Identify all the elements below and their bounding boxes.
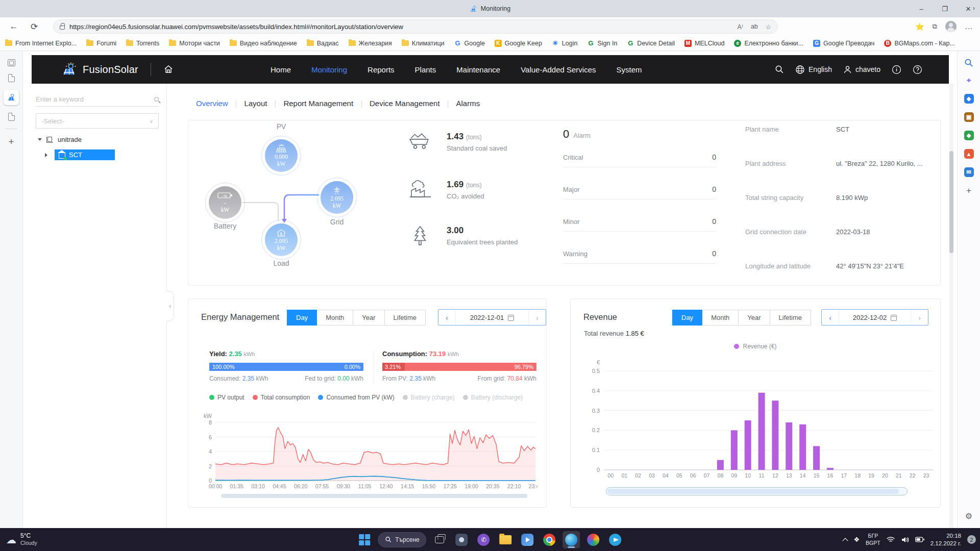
taskbar-search[interactable]: Търсене bbox=[378, 532, 426, 547]
url-field[interactable]: https://region04eu5.fusionsolar.huawei.c… bbox=[53, 19, 778, 34]
nav-item-plants[interactable]: Plants bbox=[415, 65, 436, 74]
task-view-button[interactable] bbox=[431, 531, 449, 548]
legend-item-pv-output[interactable]: PV output bbox=[209, 394, 244, 401]
camera-app-button[interactable] bbox=[453, 531, 471, 548]
subnav-item-alarms[interactable]: Alarms bbox=[456, 99, 480, 108]
start-button[interactable] bbox=[356, 531, 373, 548]
designer-icon[interactable]: ◆ bbox=[964, 131, 974, 140]
file-explorer-button[interactable] bbox=[497, 531, 514, 548]
load-node[interactable]: 2.095 kW bbox=[265, 223, 298, 256]
outlook-icon[interactable]: ✉ bbox=[964, 167, 974, 177]
notification-badge[interactable]: 2 bbox=[967, 535, 976, 544]
nav-item-system[interactable]: System bbox=[617, 65, 642, 74]
tab-page-icon[interactable] bbox=[8, 74, 15, 82]
nav-item-home[interactable]: Home bbox=[271, 65, 291, 74]
energy-date-field[interactable]: 2022-12-01 bbox=[455, 310, 529, 325]
tree-item-sct[interactable]: SCT bbox=[45, 149, 115, 160]
add-app-icon[interactable]: + bbox=[966, 186, 971, 196]
legend-item-consumed-from-pv-kw[interactable]: Consumed from PV (kW) bbox=[318, 394, 394, 401]
app-scrollbar-track[interactable] bbox=[949, 84, 953, 528]
revenue-tab-month[interactable]: Month bbox=[702, 310, 739, 325]
bookmark-вадиас[interactable]: Вадиас bbox=[307, 40, 339, 47]
url-text[interactable]: https://region04eu5.fusionsolar.huawei.c… bbox=[69, 23, 729, 31]
bookmark-forumi[interactable]: Forumi bbox=[86, 40, 116, 47]
bookmark-климатици[interactable]: Климатици bbox=[402, 40, 445, 47]
bookmark-железария[interactable]: Железария bbox=[349, 40, 392, 47]
favorites-icon[interactable]: ⭐ bbox=[915, 22, 924, 31]
app-scrollbar-thumb[interactable] bbox=[949, 151, 953, 253]
window-restore-button[interactable]: ❐ bbox=[933, 0, 957, 17]
volume-icon[interactable] bbox=[901, 536, 909, 543]
bookmark-мотори-части[interactable]: Мотори части bbox=[169, 40, 220, 47]
next-date-icon[interactable]: › bbox=[529, 313, 546, 322]
shopping-icon[interactable]: ◈ bbox=[964, 94, 974, 104]
collections-icon[interactable]: ⧉ bbox=[933, 22, 937, 31]
bookmark-bgmaps-com-кар[interactable]: BBGMaps.com - Кар... bbox=[884, 40, 954, 47]
energy-tab-lifetime[interactable]: Lifetime bbox=[384, 310, 426, 325]
browser-profile-avatar[interactable] bbox=[945, 21, 957, 32]
energy-chart-scrollbar[interactable] bbox=[221, 494, 527, 498]
next-date-icon[interactable]: › bbox=[911, 313, 928, 322]
nav-item-value-added-services[interactable]: Value-Added Services bbox=[521, 65, 596, 74]
bookmark-видео-наблюдение[interactable]: Видео наблюдение bbox=[230, 40, 297, 47]
revenue-date-field[interactable]: 2022-12-02 bbox=[839, 310, 911, 325]
language-indicator[interactable]: БГР BGPT bbox=[866, 533, 880, 546]
energy-tab-year[interactable]: Year bbox=[353, 310, 384, 325]
energy-tab-month[interactable]: Month bbox=[316, 310, 353, 325]
hidden-icons-chevron[interactable] bbox=[843, 538, 848, 543]
prev-date-icon[interactable]: ‹ bbox=[438, 313, 455, 322]
bookmark-device-detail[interactable]: GDevice Detail bbox=[627, 40, 675, 47]
nav-item-reports[interactable]: Reports bbox=[368, 65, 395, 74]
info-icon[interactable] bbox=[892, 65, 901, 74]
tab-page-icon[interactable] bbox=[8, 113, 15, 121]
weather-widget[interactable]: ☁ 5°C Cloudy bbox=[6, 528, 37, 551]
wifi-icon[interactable] bbox=[887, 536, 895, 543]
subnav-item-device-management[interactable]: Device Management bbox=[370, 99, 440, 108]
caret-down-icon[interactable] bbox=[38, 138, 42, 141]
nav-item-monitoring[interactable]: Monitoring bbox=[311, 65, 347, 74]
new-tab-button[interactable]: + bbox=[8, 137, 14, 146]
viber-button[interactable]: ✆ bbox=[475, 531, 493, 548]
energy-tab-day[interactable]: Day bbox=[287, 310, 317, 325]
bookmark-login[interactable]: ☀Login bbox=[552, 40, 578, 47]
legend-item-battery-charge[interactable]: Battery (charge) bbox=[403, 394, 455, 401]
bookmark-електронно-банки[interactable]: eЕлектронно банки... bbox=[734, 40, 803, 47]
help-icon[interactable] bbox=[913, 65, 922, 74]
games-icon[interactable]: ▲ bbox=[964, 149, 974, 159]
browser-menu-icon[interactable]: … bbox=[965, 22, 973, 31]
bookmark-from-internet-explo[interactable]: From Internet Explo... bbox=[5, 40, 77, 47]
sidebar-collapse-handle[interactable]: ‹ bbox=[166, 291, 174, 321]
read-aloud-icon[interactable]: A⁾ bbox=[737, 23, 743, 31]
edge-button[interactable] bbox=[563, 531, 580, 548]
subnav-item-overview[interactable]: Overview bbox=[196, 99, 228, 108]
search-icon[interactable] bbox=[154, 97, 159, 102]
bookmark-melcloud[interactable]: MMELCloud bbox=[684, 40, 724, 47]
tree-item-unitrade[interactable]: unitrade bbox=[38, 136, 82, 143]
browser-tab[interactable]: Monitoring bbox=[470, 0, 510, 17]
taskbar-clock[interactable]: 20:18 2.12.2022 г. bbox=[930, 532, 961, 547]
sidebar-search-icon[interactable] bbox=[964, 58, 973, 67]
pv-node[interactable]: 0.000 kW bbox=[265, 139, 298, 172]
bookmark-google[interactable]: GGoogle bbox=[454, 40, 485, 47]
tools-icon[interactable]: ▣ bbox=[964, 112, 974, 122]
translate-icon[interactable]: ab bbox=[751, 23, 758, 30]
bookmark-google-преводач[interactable]: GGoogle Преводач bbox=[813, 40, 874, 47]
battery-node[interactable]: --% - kW bbox=[209, 186, 241, 219]
revenue-tab-lifetime[interactable]: Lifetime bbox=[770, 310, 812, 325]
prev-date-icon[interactable]: ‹ bbox=[822, 313, 839, 322]
dropbox-icon[interactable]: ❖ bbox=[853, 536, 860, 543]
battery-icon[interactable] bbox=[915, 537, 924, 542]
window-minimize-button[interactable]: – bbox=[910, 0, 933, 17]
legend-item-total-consumption[interactable]: Total consumption bbox=[253, 394, 310, 401]
settings-icon[interactable]: ⚙ bbox=[965, 511, 972, 521]
language-switcher[interactable]: English bbox=[795, 65, 832, 74]
browser-refresh-button[interactable]: ⟳ bbox=[26, 17, 43, 36]
lock-icon[interactable] bbox=[60, 26, 65, 30]
bookmark-torrents[interactable]: Torrents bbox=[126, 40, 159, 47]
add-favorite-icon[interactable]: ☆ bbox=[766, 23, 771, 31]
caret-right-icon[interactable] bbox=[45, 153, 47, 157]
user-menu[interactable]: chaveto bbox=[843, 65, 880, 74]
legend-item-battery-discharge[interactable]: Battery (discharge) bbox=[463, 394, 523, 401]
subnav-item-layout[interactable]: Layout bbox=[244, 99, 267, 108]
copilot-icon[interactable]: ✦ bbox=[966, 76, 972, 85]
